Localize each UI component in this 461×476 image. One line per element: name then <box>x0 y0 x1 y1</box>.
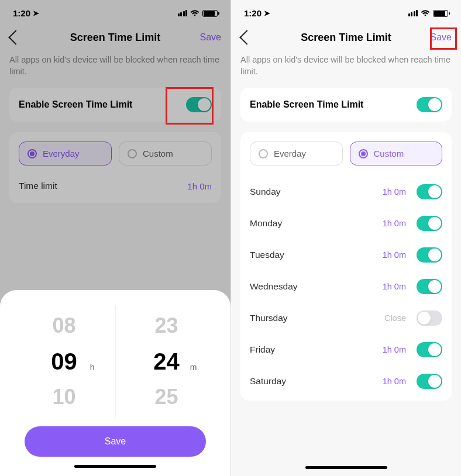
enable-toggle[interactable] <box>186 97 212 112</box>
picker-min-next: 25 <box>154 380 178 414</box>
enable-label: Enable Screen Time Limit <box>250 99 363 110</box>
radio-icon <box>27 149 37 158</box>
save-button[interactable]: Save <box>200 32 221 43</box>
day-value: 1h 0m <box>383 219 406 228</box>
day-toggle[interactable] <box>417 216 442 231</box>
description-text: All apps on kid's device will be blocked… <box>231 52 461 88</box>
battery-icon <box>202 10 218 17</box>
picker-hour-current: 09 <box>51 343 77 380</box>
picker-hour-prev: 08 <box>52 309 75 343</box>
radio-icon <box>259 149 268 158</box>
picker-minutes-column[interactable]: 23 24 25 m <box>126 309 208 413</box>
time-picker-sheet: 08 09 10 h 23 24 25 m Save <box>0 290 230 476</box>
radio-icon <box>359 149 368 158</box>
page-title: Screen Time Limit <box>0 32 230 44</box>
wifi-icon <box>421 10 430 17</box>
status-bar: 1:20 ➤ <box>0 0 230 23</box>
tab-custom[interactable]: Custom <box>350 142 443 165</box>
day-toggle[interactable] <box>417 247 442 263</box>
home-indicator[interactable] <box>305 466 387 469</box>
day-name: Tuesday <box>250 250 383 260</box>
day-value: 1h 0m <box>383 282 406 291</box>
location-icon: ➤ <box>33 9 39 18</box>
enable-label: Enable Screen Time Limit <box>19 99 132 110</box>
picker-min-current: 24 <box>153 343 180 380</box>
day-value: 1h 0m <box>383 377 406 386</box>
tab-custom[interactable]: Custom <box>119 142 212 165</box>
phone-left: 1:20 ➤ Screen Time Limit Save All apps o… <box>0 0 230 476</box>
time-limit-value: 1h 0m <box>187 181 212 191</box>
picker-hour-next: 10 <box>52 380 75 414</box>
day-row: Saturday1h 0m <box>250 365 442 391</box>
picker-save-button[interactable]: Save <box>25 426 206 457</box>
mode-card: Everyday Custom Time limit 1h 0m <box>9 132 221 203</box>
status-time: 1:20 <box>13 8 30 18</box>
wifi-icon <box>190 10 199 17</box>
picker-hour-unit: h <box>90 363 95 372</box>
picker-min-unit: m <box>190 363 197 372</box>
enable-card: Enable Screen Time Limit <box>240 88 452 122</box>
nav-bar: Screen Time Limit Save <box>231 23 461 52</box>
phone-right: 1:20 ➤ Screen Time Limit Save All apps o… <box>230 0 461 476</box>
days-list: Sunday1h 0mMonday1h 0mTuesday1h 0mWednes… <box>250 176 442 391</box>
save-button[interactable]: Save <box>431 32 452 43</box>
tab-label: Custom <box>374 149 404 158</box>
day-toggle[interactable] <box>417 342 442 357</box>
day-row: Wednesday1h 0m <box>250 271 442 302</box>
location-icon: ➤ <box>264 9 270 18</box>
enable-card: Enable Screen Time Limit <box>9 88 221 122</box>
day-name: Thursday <box>250 313 384 323</box>
page-title: Screen Time Limit <box>231 32 461 44</box>
day-row: Sunday1h 0m <box>250 176 442 208</box>
battery-icon <box>433 10 448 17</box>
day-row: ThursdayClose <box>250 302 442 334</box>
day-name: Friday <box>250 344 383 355</box>
radio-icon <box>128 149 137 158</box>
day-value: 1h 0m <box>383 187 406 196</box>
status-time: 1:20 <box>244 8 262 18</box>
status-bar: 1:20 ➤ <box>231 0 461 23</box>
day-row: Tuesday1h 0m <box>250 239 442 271</box>
day-toggle[interactable] <box>417 374 442 389</box>
tab-label: Custom <box>143 149 173 158</box>
back-button[interactable] <box>239 30 254 44</box>
day-toggle[interactable] <box>417 184 442 199</box>
time-limit-row[interactable]: Time limit 1h 0m <box>19 176 212 194</box>
mode-card: Everday Custom Sunday1h 0mMonday1h 0mTue… <box>240 132 452 401</box>
day-name: Wednesday <box>250 281 383 292</box>
enable-toggle[interactable] <box>417 97 442 112</box>
day-value: 1h 0m <box>383 345 406 354</box>
day-value: Close <box>384 313 406 323</box>
nav-bar: Screen Time Limit Save <box>0 23 230 52</box>
day-name: Sunday <box>250 187 383 197</box>
day-toggle[interactable] <box>417 311 442 326</box>
description-text: All apps on kid's device will be blocked… <box>0 52 230 88</box>
home-indicator[interactable] <box>74 465 156 468</box>
day-value: 1h 0m <box>383 250 406 260</box>
day-row: Monday1h 0m <box>250 208 442 239</box>
picker-hours-column[interactable]: 08 09 10 h <box>23 309 105 413</box>
tab-everyday[interactable]: Everyday <box>19 142 112 165</box>
tab-label: Everyday <box>43 149 80 158</box>
tab-label: Everday <box>274 149 306 158</box>
day-row: Friday1h 0m <box>250 334 442 365</box>
day-name: Saturday <box>250 376 383 387</box>
back-button[interactable] <box>8 30 23 44</box>
picker-min-prev: 23 <box>154 309 178 343</box>
signal-icon <box>408 10 418 16</box>
day-name: Monday <box>250 218 383 229</box>
time-limit-label: Time limit <box>19 181 57 191</box>
tab-everyday[interactable]: Everday <box>250 142 343 165</box>
day-toggle[interactable] <box>417 279 442 294</box>
signal-icon <box>178 10 188 16</box>
